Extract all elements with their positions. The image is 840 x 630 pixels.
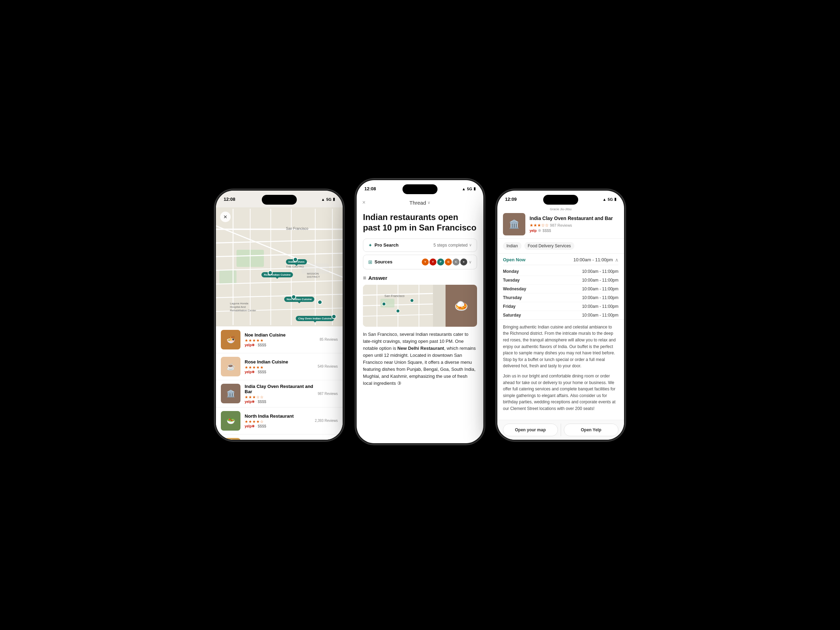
description-text-2: Join us in our bright and comfortable di… <box>503 373 619 412</box>
svg-text:San Francisco: San Francisco <box>384 294 404 298</box>
pro-search-bar[interactable]: ✦ Pro Search 5 steps completed ∨ <box>363 239 477 252</box>
status-icons-2: ▲ 5G ▮ <box>462 186 476 191</box>
restaurant-image-clay: 🏛️ <box>221 384 240 403</box>
food-emoji-oven: 🍛 <box>221 438 240 440</box>
sources-label: Sources <box>374 259 392 265</box>
hours-row-tuesday: Tuesday 10:00am - 11:00pm <box>503 276 619 285</box>
sources-row[interactable]: ⊞ Sources Y Y P G C + <box>363 255 477 269</box>
time-wednesday: 10:00am - 11:00pm <box>582 287 619 291</box>
meta-rose: yelp❊ · $$$$ <box>245 370 314 374</box>
price-rose: $$$$ <box>257 370 266 374</box>
steps-text: 5 steps completed <box>434 243 467 248</box>
open-now-time: 10:00am - 11:00pm ∧ <box>573 257 619 263</box>
pro-search-left: ✦ Pro Search <box>368 243 399 248</box>
pin-clay-oven[interactable]: Clay Oven Indian Cuisine <box>296 316 334 321</box>
restaurant-name-clay: India Clay Oven Restaurant and Bar <box>245 384 314 394</box>
sources-icon: ⊞ <box>368 259 373 265</box>
dot-5 <box>317 300 322 305</box>
signal-icon-2: ▲ <box>462 187 466 191</box>
status-icons-3: ▲ 5G ▮ <box>602 197 616 202</box>
food-emoji-noe: 🍜 <box>221 330 240 350</box>
hours-row-thursday: Thursday 10:00am - 11:00pm <box>503 293 619 302</box>
time-saturday: 10:00am - 11:00pm <box>582 313 619 318</box>
source-dot-3: P <box>437 258 444 266</box>
detail-yelp-badge: yelp <box>529 229 537 233</box>
thumb-map-svg: San Francisco <box>363 285 433 327</box>
answer-photo: 🍛 <box>445 285 477 327</box>
source-dot-1: Y <box>422 258 429 266</box>
dynamic-island-3 <box>543 195 578 205</box>
restaurant-detail-image: 🏛️ <box>503 213 525 235</box>
sources-left: ⊞ Sources <box>368 259 392 265</box>
source-dot-4: G <box>445 258 452 266</box>
open-map-button[interactable]: Open your map <box>503 424 558 436</box>
mission-label: MISSIONDISTRICT <box>307 272 320 279</box>
description-section: Bringing authentic Indian cuisine and ce… <box>497 320 624 420</box>
thread-content[interactable]: Indian restaurants open past 10 pm in Sa… <box>357 208 483 443</box>
tag-delivery[interactable]: Food Delivery Services <box>524 242 574 250</box>
sources-right: Y Y P G C + ∨ <box>422 258 472 266</box>
reviews-north: 2,393 Reviews <box>315 419 338 422</box>
thread-title[interactable]: Thread ∨ <box>409 200 431 206</box>
list-item[interactable]: ☕ Rose Indian Cuisine ★★★★★ yelp❊ · $$$$… <box>216 353 343 380</box>
list-item[interactable]: 🥗 North India Restaurant ★★★★☆ yelp❊ · $… <box>216 408 343 435</box>
yelp-badge-rose: yelp❊ <box>245 370 254 374</box>
svg-rect-2 <box>219 270 237 284</box>
list-item[interactable]: 🍛 Indian Oven ★★★☆☆ yelp❊ · $$$$ 879 Rev… <box>216 435 343 440</box>
restaurant-detail-reviews: 987 Reviews <box>550 223 572 227</box>
gracie-label: Gracie Jiu-Jitsu <box>497 208 624 212</box>
detail-price: $$$$ <box>543 228 551 233</box>
restaurant-name-noe: Noe Indian Cuisine <box>245 332 315 337</box>
wifi-icon-1: 5G <box>326 197 332 202</box>
map-close-button[interactable]: ✕ <box>220 212 231 222</box>
thread-header: × Thread ∨ <box>357 197 483 208</box>
day-wednesday: Wednesday <box>503 287 538 291</box>
phone-2-content: 12:08 ▲ 5G ▮ × Thread ∨ <box>357 180 483 443</box>
list-item[interactable]: 🍜 Noe Indian Cuisine ★★★★★ yelp❊ · $$$$ … <box>216 326 343 353</box>
dot-2 <box>268 270 273 275</box>
map-area[interactable]: San Francisco MISSIONDISTRICT THE CASTRO… <box>216 208 343 326</box>
hours-row-monday: Monday 10:00am - 11:00pm <box>503 267 619 276</box>
yelp-badge-noe: yelp❊ <box>245 343 254 347</box>
detail-yelp-star: ❊ <box>538 228 541 233</box>
open-now-row: Open Now 10:00am - 11:00pm ∧ <box>503 257 619 265</box>
restaurant-info-clay: India Clay Oven Restaurant and Bar ★★★☆☆… <box>245 384 314 404</box>
day-friday: Friday <box>503 304 538 309</box>
price-clay: $$$$ <box>257 400 266 404</box>
thread-close-button[interactable]: × <box>362 199 365 206</box>
svg-point-28 <box>410 299 414 302</box>
source-icons: Y Y P G C + <box>422 258 467 266</box>
phone-1-content: 12:08 ▲ 5G ▮ <box>216 191 343 440</box>
source-dot-5: C <box>453 258 459 266</box>
hours-row-saturday: Saturday 10:00am - 11:00pm <box>503 311 619 320</box>
detail-tags: Indian Food Delivery Services <box>497 239 624 254</box>
restaurant-list: 🍜 Noe Indian Cuisine ★★★★★ yelp❊ · $$$$ … <box>216 326 343 440</box>
answer-menu-icon: ≡ <box>363 275 366 281</box>
hours-chevron-icon[interactable]: ∧ <box>615 257 619 263</box>
yelp-badge-north: yelp❊ <box>245 424 254 428</box>
stars-clay: ★★★☆☆ <box>245 395 314 400</box>
svg-point-26 <box>382 302 386 306</box>
restaurant-detail-meta: yelp ❊ $$$$ <box>529 228 619 233</box>
pin-rose-indian[interactable]: Rose Indian Cuisine <box>261 272 293 277</box>
answer-map-thumbnail[interactable]: San Francisco 🍛 <box>363 285 477 327</box>
pin-noe-indian[interactable]: Noe Indian Cuisine <box>284 297 314 302</box>
description-text-1: Bringing authentic Indian cuisine and ce… <box>503 324 619 369</box>
day-monday: Monday <box>503 269 538 274</box>
stars-north: ★★★★☆ <box>245 419 311 424</box>
open-yelp-button[interactable]: Open Yelp <box>564 424 619 436</box>
list-item[interactable]: 🏛️ India Clay Oven Restaurant and Bar ★★… <box>216 380 343 408</box>
tag-indian[interactable]: Indian <box>503 242 521 250</box>
battery-icon-2: ▮ <box>474 186 476 191</box>
signal-icon-1: ▲ <box>321 197 325 202</box>
restaurant-detail-info: India Clay Oven Restaurant and Bar ★★★☆☆… <box>529 215 619 233</box>
meta-noe: yelp❊ · $$$$ <box>245 343 315 347</box>
food-emoji-north: 🥗 <box>221 411 240 431</box>
status-time-3: 12:09 <box>505 197 516 202</box>
meta-north: yelp❊ · $$$$ <box>245 424 311 428</box>
stars-rose: ★★★★★ <box>245 365 314 370</box>
phone-3-screen: 12:09 ▲ 5G ▮ Gracie Jiu-Jitsu 🏛️ India C… <box>497 191 624 440</box>
meta-clay: yelp❊ · $$$$ <box>245 400 314 404</box>
yelp-badge-clay: yelp❊ <box>245 400 254 404</box>
day-saturday: Saturday <box>503 313 538 318</box>
